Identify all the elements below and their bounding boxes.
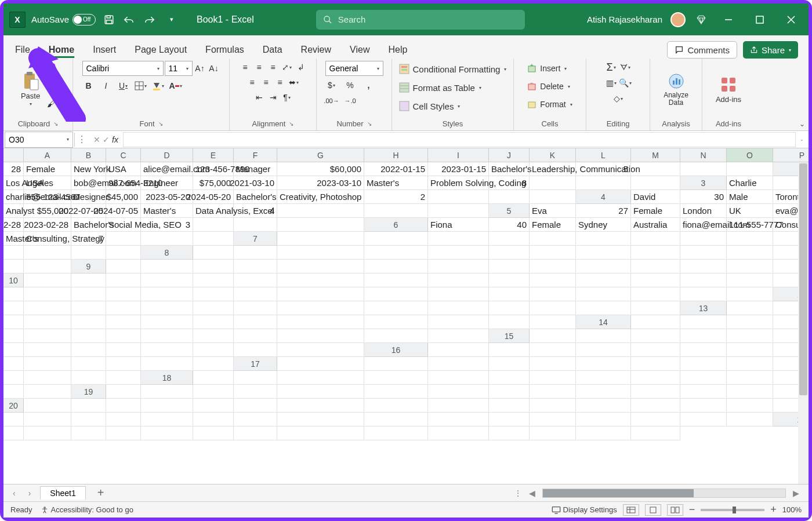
cell[interactable] <box>428 232 489 246</box>
increase-indent-icon[interactable]: ⇥ <box>267 91 280 104</box>
fx-icon[interactable]: fx <box>112 135 118 144</box>
cell[interactable] <box>277 329 364 343</box>
find-select-icon[interactable]: 🔍▾ <box>619 76 632 89</box>
cell[interactable]: 2023-01-15 <box>428 162 489 176</box>
cell[interactable] <box>727 399 773 413</box>
cell[interactable] <box>576 399 631 413</box>
cell[interactable] <box>428 371 489 385</box>
cell[interactable] <box>3 357 24 371</box>
diamond-icon[interactable] <box>694 12 709 27</box>
cell[interactable] <box>364 399 428 413</box>
cell[interactable] <box>530 260 576 274</box>
tab-file[interactable]: File <box>14 41 31 59</box>
copy-icon[interactable]: ⧉ <box>45 83 57 96</box>
user-avatar-icon[interactable] <box>670 12 686 27</box>
cell[interactable] <box>680 371 727 385</box>
cell[interactable] <box>428 246 489 260</box>
cell[interactable] <box>71 329 106 343</box>
cell[interactable] <box>106 301 141 315</box>
cell[interactable]: Bachelor's <box>489 162 530 176</box>
cell[interactable] <box>193 218 234 232</box>
close-button[interactable] <box>780 8 803 31</box>
cell[interactable] <box>364 274 428 287</box>
cell[interactable]: Female <box>631 204 680 218</box>
cell[interactable] <box>3 301 24 315</box>
cell[interactable] <box>680 315 727 329</box>
cell[interactable] <box>141 357 193 371</box>
cell[interactable]: 987-654-3210 <box>106 176 141 190</box>
percent-icon[interactable]: % <box>344 79 357 92</box>
cell[interactable] <box>24 301 71 315</box>
cell[interactable]: 5 <box>576 162 631 176</box>
cell[interactable]: alice@email.com <box>141 162 193 176</box>
cell[interactable]: Sydney <box>576 218 631 232</box>
sheet-nav-prev-icon[interactable]: ‹ <box>9 487 19 499</box>
column-header[interactable]: F <box>234 148 277 162</box>
cell[interactable] <box>576 260 631 274</box>
cell[interactable] <box>631 232 680 246</box>
row-header[interactable]: 16 <box>364 343 428 357</box>
fill-color-icon[interactable]: ▾ <box>152 79 165 92</box>
sheet-options-icon[interactable]: ⋮ <box>514 489 522 498</box>
cell[interactable] <box>141 260 193 274</box>
cell[interactable] <box>234 218 277 232</box>
cell[interactable] <box>680 260 727 274</box>
cell[interactable]: Female <box>530 218 576 232</box>
column-header[interactable]: D <box>141 148 193 162</box>
cell[interactable] <box>277 413 364 427</box>
cell[interactable] <box>193 371 234 385</box>
cell[interactable] <box>277 287 364 301</box>
cell[interactable] <box>106 357 141 371</box>
cell[interactable] <box>727 274 773 287</box>
cell[interactable]: 40 <box>489 218 530 232</box>
cell[interactable] <box>234 413 277 427</box>
cell[interactable] <box>530 329 576 343</box>
cell[interactable] <box>489 246 530 260</box>
cell[interactable]: bob@email.com <box>71 176 106 190</box>
cell[interactable] <box>530 287 576 301</box>
cell[interactable] <box>234 315 277 329</box>
cell[interactable] <box>727 246 773 260</box>
underline-button[interactable]: U▾ <box>117 79 130 92</box>
cell[interactable]: 7 <box>71 232 106 246</box>
cell[interactable] <box>106 232 141 246</box>
cell[interactable] <box>3 329 24 343</box>
tab-page-layout[interactable]: Page Layout <box>133 41 188 59</box>
conditional-formatting-button[interactable]: Conditional Formatting▾ <box>399 61 507 77</box>
column-header[interactable]: M <box>631 148 680 162</box>
row-header[interactable]: 17 <box>234 357 277 371</box>
cell[interactable]: $75,000 <box>193 176 234 190</box>
cell[interactable] <box>631 371 680 385</box>
user-name[interactable]: Atish Rajasekharan <box>587 14 662 24</box>
cell[interactable] <box>277 427 364 440</box>
cell[interactable] <box>141 427 193 440</box>
cell[interactable]: 2024-05-20 <box>193 190 234 204</box>
cell[interactable] <box>576 246 631 260</box>
column-header[interactable]: P <box>773 148 809 162</box>
cell[interactable] <box>530 427 576 440</box>
row-header[interactable]: 10 <box>3 274 24 287</box>
add-sheet-button[interactable]: + <box>92 486 110 500</box>
cell[interactable] <box>364 371 428 385</box>
cell[interactable] <box>277 371 364 385</box>
fill-icon[interactable]: ▥▾ <box>605 76 618 89</box>
column-header[interactable]: E <box>193 148 234 162</box>
cell[interactable] <box>428 287 489 301</box>
cell[interactable] <box>277 246 364 260</box>
cell[interactable] <box>631 413 680 427</box>
cell[interactable] <box>428 260 489 274</box>
expand-formula-icon[interactable]: ⌄ <box>800 137 809 142</box>
cell[interactable]: Master's <box>3 232 24 246</box>
cell[interactable] <box>428 343 489 357</box>
row-header[interactable]: 13 <box>680 301 727 315</box>
format-as-table-button[interactable]: Format as Table▾ <box>399 79 481 96</box>
sort-filter-icon[interactable]: ᗊ▾ <box>619 61 632 74</box>
cell[interactable] <box>24 427 71 440</box>
cell[interactable] <box>364 315 428 329</box>
cell[interactable] <box>631 399 680 413</box>
cell[interactable] <box>141 315 193 329</box>
cell[interactable] <box>3 315 24 329</box>
cell[interactable] <box>631 162 680 176</box>
decrease-decimal-icon[interactable]: →.0 <box>344 94 357 107</box>
column-header[interactable]: J <box>489 148 530 162</box>
